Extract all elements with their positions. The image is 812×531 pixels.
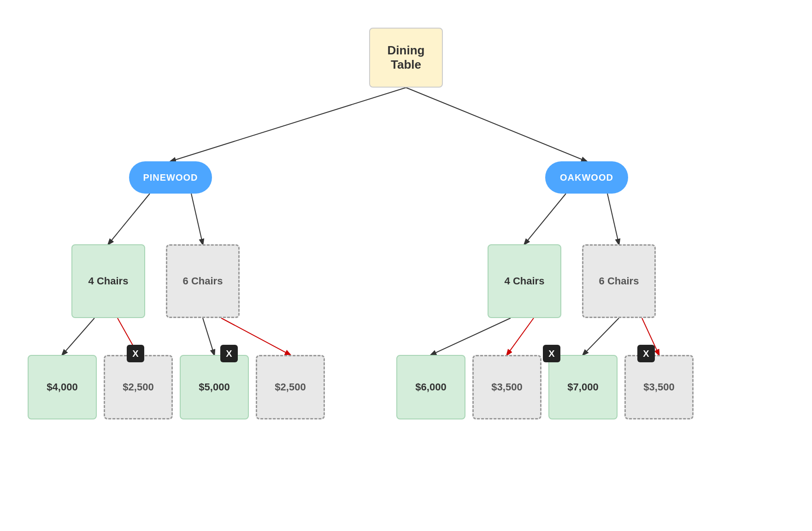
x-badge-p4c: X — [127, 345, 144, 362]
x-badge-p6c: X — [220, 345, 238, 362]
svg-line-8 — [203, 318, 214, 355]
svg-line-10 — [431, 318, 511, 355]
svg-line-1 — [406, 88, 587, 161]
svg-line-12 — [583, 318, 619, 355]
price-3500b-label: $3,500 — [643, 381, 674, 393]
price-4000-label: $4,000 — [47, 381, 77, 393]
p4chairs-label: 4 Chairs — [88, 275, 129, 287]
root-label: DiningTable — [388, 43, 425, 72]
o6chairs-label: 6 Chairs — [599, 275, 639, 287]
svg-line-3 — [191, 194, 203, 244]
pinewood-node: PINEWOOD — [129, 161, 212, 194]
o4chairs-label: 4 Chairs — [505, 275, 545, 287]
x-badge-o4c: X — [543, 345, 560, 362]
price-3500b-node: $3,500 — [624, 355, 694, 419]
svg-line-2 — [108, 194, 150, 244]
pinewood-6chairs-node: 6 Chairs — [166, 244, 240, 318]
price-2500a-label: $2,500 — [123, 381, 153, 393]
price-2500b-label: $2,500 — [275, 381, 306, 393]
price-3500a-label: $3,500 — [491, 381, 522, 393]
price-7000-label: $7,000 — [567, 381, 598, 393]
price-3500a-node: $3,500 — [472, 355, 541, 419]
price-2500a-node: $2,500 — [104, 355, 173, 419]
price-5000-node: $5,000 — [180, 355, 249, 419]
price-6000-node: $6,000 — [396, 355, 465, 419]
svg-line-11 — [507, 318, 534, 355]
svg-line-0 — [171, 88, 406, 161]
price-2500b-node: $2,500 — [256, 355, 325, 419]
svg-line-4 — [524, 194, 566, 244]
x-badge-o6c: X — [637, 345, 655, 362]
oakwood-4chairs-node: 4 Chairs — [488, 244, 561, 318]
pinewood-label: PINEWOOD — [143, 172, 198, 183]
price-7000-node: $7,000 — [548, 355, 618, 419]
oakwood-node: OAKWOOD — [545, 161, 628, 194]
root-node: DiningTable — [369, 28, 443, 88]
oakwood-label: OAKWOOD — [560, 172, 613, 183]
svg-line-6 — [62, 318, 94, 355]
price-6000-label: $6,000 — [415, 381, 446, 393]
pinewood-4chairs-node: 4 Chairs — [71, 244, 145, 318]
svg-line-5 — [607, 194, 619, 244]
diagram-canvas: DiningTable PINEWOOD OAKWOOD 4 Chairs 6 … — [0, 0, 812, 531]
price-5000-label: $5,000 — [199, 381, 229, 393]
price-4000-node: $4,000 — [28, 355, 97, 419]
oakwood-6chairs-node: 6 Chairs — [582, 244, 656, 318]
p6chairs-label: 6 Chairs — [183, 275, 223, 287]
